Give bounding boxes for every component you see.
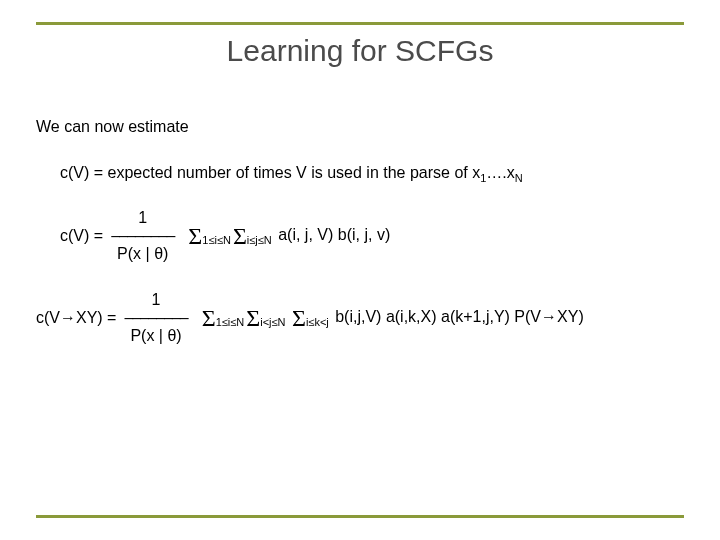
eq2-lhs: c(V→XY) = xyxy=(36,309,116,327)
eq1-fracline: –––––––– xyxy=(111,228,174,244)
sigma-icon: Σ xyxy=(188,223,202,249)
sigma-icon: Σ xyxy=(202,305,216,331)
eq2-rhs: b(i,j,V) a(i,k,X) a(k+1,j,Y) P(V→XY) xyxy=(331,308,584,325)
sigma-icon: Σ xyxy=(233,223,247,249)
slide: Learning for SCFGs We can now estimate c… xyxy=(0,0,720,540)
slide-body: We can now estimate c(V) = expected numb… xyxy=(36,118,684,374)
eq1-sum1-sub: 1≤i≤N xyxy=(202,234,231,246)
def-mid: ….x xyxy=(486,164,514,181)
sigma-icon: Σ xyxy=(292,305,306,331)
eq1-sum2-sub: i≤j≤N xyxy=(247,234,272,246)
eq1-fraction: 1 –––––––– P(x | θ) xyxy=(111,210,174,262)
slide-title: Learning for SCFGs xyxy=(0,34,720,68)
eq2-sum1-sub: 1≤i≤N xyxy=(216,316,245,328)
lead-text: We can now estimate xyxy=(36,118,684,136)
eq2-sum2-sub: i<j≤N xyxy=(260,316,285,328)
eq2-sum3-sub: i≤k<j xyxy=(306,316,329,328)
eq1-numerator: 1 xyxy=(138,210,147,228)
eq1-lhs: c(V) = xyxy=(60,227,103,245)
eq1-rhs: a(i, j, V) b(i, j, v) xyxy=(274,226,390,243)
eq1-denominator: P(x | θ) xyxy=(117,244,168,262)
def-sub2: N xyxy=(515,172,523,184)
sigma-icon: Σ xyxy=(246,305,260,331)
eq2-denominator: P(x | θ) xyxy=(130,326,181,344)
definition-line: c(V) = expected number of times V is use… xyxy=(60,164,684,184)
eq2-sums: Σ1≤i≤NΣi<j≤N Σi≤k<j b(i,j,V) a(i,k,X) a(… xyxy=(202,305,584,332)
top-divider xyxy=(36,22,684,25)
equation-cv: c(V) = 1 –––––––– P(x | θ) Σ1≤i≤NΣi≤j≤N … xyxy=(60,210,684,262)
eq2-numerator: 1 xyxy=(152,292,161,310)
def-prefix: c(V) = expected number of times V is use… xyxy=(60,164,480,181)
equation-cvxy: c(V→XY) = 1 –––––––– P(x | θ) Σ1≤i≤NΣi<j… xyxy=(36,292,684,344)
eq1-sums: Σ1≤i≤NΣi≤j≤N a(i, j, V) b(i, j, v) xyxy=(188,223,390,250)
eq2-fracline: –––––––– xyxy=(124,310,187,326)
eq2-fraction: 1 –––––––– P(x | θ) xyxy=(124,292,187,344)
bottom-divider xyxy=(36,515,684,518)
